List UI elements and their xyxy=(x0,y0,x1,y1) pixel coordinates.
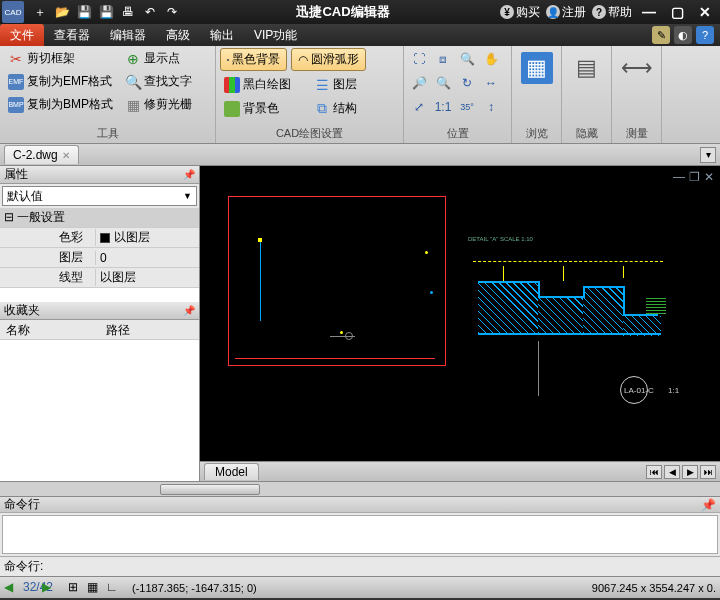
drawing-line xyxy=(260,241,261,321)
model-tab[interactable]: Model xyxy=(204,463,259,480)
horizontal-scrollbar[interactable] xyxy=(0,481,720,496)
toggle-icon[interactable]: ◐ xyxy=(674,26,692,44)
zoom-out-icon[interactable]: 🔍 xyxy=(432,72,454,94)
group-label-browse: 浏览 xyxy=(516,125,557,141)
print-icon[interactable]: 🖶 xyxy=(118,2,138,22)
save-all-icon[interactable]: 💾 xyxy=(96,2,116,22)
status-nav-icons: ◀ 32/42 ▶ xyxy=(4,580,58,596)
close-button[interactable]: ✕ xyxy=(694,3,716,21)
document-tab[interactable]: C-2.dwg ✕ xyxy=(4,145,79,164)
canvas-restore-icon[interactable]: ❐ xyxy=(689,170,700,184)
favorites-panel: 收藏夹📌 名称路径 xyxy=(0,302,199,481)
copy-emf-button[interactable]: EMF复制为EMF格式 xyxy=(4,71,117,92)
smooth-arc-toggle[interactable]: ◠圆滑弧形 xyxy=(291,48,366,71)
quick-access-toolbar: ＋ 📂 💾 💾 🖶 ↶ ↷ xyxy=(26,2,186,22)
drawing-circle xyxy=(345,332,353,340)
expand-tabs-icon[interactable]: ▾ xyxy=(700,147,716,163)
zoom-icon[interactable]: 🔎 xyxy=(408,72,430,94)
main-area: 属性📌 默认值▼ ⊟ 一般设置 色彩以图层 图层0 线型以图层 收藏夹📌 名称路… xyxy=(0,166,720,481)
menu-bar: 文件 查看器 编辑器 高级 输出 VIP功能 ✎ ◐ ? xyxy=(0,24,720,46)
favorites-list[interactable] xyxy=(0,340,199,481)
zoom-scale-icon[interactable]: 1:1 xyxy=(432,96,454,118)
browse-button[interactable]: ▦ xyxy=(516,48,557,125)
menu-viewer[interactable]: 查看器 xyxy=(44,24,100,46)
properties-header: 属性📌 xyxy=(0,166,199,184)
rotate-icon[interactable]: ↻ xyxy=(456,72,478,94)
pin-icon[interactable]: 📌 xyxy=(183,305,195,316)
pan-icon[interactable]: ✋ xyxy=(480,48,502,70)
layer-button[interactable]: ☰图层 xyxy=(310,74,390,95)
snap-icon[interactable]: ⊞ xyxy=(68,580,84,596)
menu-editor[interactable]: 编辑器 xyxy=(100,24,156,46)
command-prompt: 命令行: xyxy=(4,558,43,575)
clip-frame-button[interactable]: ✂剪切框架 xyxy=(4,48,117,69)
section-general[interactable]: ⊟ 一般设置 xyxy=(0,208,199,228)
register-link[interactable]: 👤注册 xyxy=(546,4,586,21)
grid-toggle-icon[interactable]: ▦ xyxy=(87,580,103,596)
fav-col-path: 路径 xyxy=(100,320,200,339)
buy-link[interactable]: ¥购买 xyxy=(500,4,540,21)
page-next-icon[interactable]: ▶ xyxy=(42,580,58,596)
group-label-tools: 工具 xyxy=(4,125,211,141)
yen-icon: ¥ xyxy=(500,5,514,19)
zoom-selection-icon[interactable]: ⧈ xyxy=(432,48,454,70)
command-input[interactable] xyxy=(47,560,716,574)
undo-icon[interactable]: ↶ xyxy=(140,2,160,22)
style-icon[interactable]: ✎ xyxy=(652,26,670,44)
structure-button[interactable]: ⧉结构 xyxy=(310,98,390,119)
command-log[interactable] xyxy=(2,515,718,554)
bw-draw-button[interactable]: 黑白绘图 xyxy=(220,74,306,95)
copy-bmp-button[interactable]: BMP复制为BMP格式 xyxy=(4,94,117,115)
canvas-minimize-icon[interactable]: — xyxy=(673,170,685,184)
tab-next-icon[interactable]: ▶ xyxy=(682,465,698,479)
pin-icon[interactable]: 📌 xyxy=(701,498,716,512)
close-tab-icon[interactable]: ✕ xyxy=(62,150,70,161)
default-value-combo[interactable]: 默认值▼ xyxy=(2,186,197,206)
menu-vip[interactable]: VIP功能 xyxy=(244,24,307,46)
angle-icon[interactable]: 35° xyxy=(456,96,478,118)
black-bg-toggle[interactable]: 黑色背景 xyxy=(220,48,287,71)
favorites-header: 收藏夹📌 xyxy=(0,302,199,320)
arc-icon: ◠ xyxy=(298,53,308,67)
layers-icon: ☰ xyxy=(314,77,330,93)
zoom-in-icon[interactable]: 🔍 xyxy=(456,48,478,70)
maximize-button[interactable]: ▢ xyxy=(666,3,688,21)
fit-width-icon[interactable]: ↔ xyxy=(480,72,502,94)
scale-label: 1:1 xyxy=(668,386,679,395)
drawing-canvas[interactable]: — ❐ ✕ DETAIL "A" SCALE 1:10 xyxy=(200,166,720,461)
new-icon[interactable]: ＋ xyxy=(30,2,50,22)
blackbg-icon xyxy=(227,59,229,61)
scrollbar-thumb[interactable] xyxy=(160,484,260,495)
hide-icon: ▤ xyxy=(571,52,603,84)
bgcolor-button[interactable]: 背景色 xyxy=(220,98,306,119)
redo-icon[interactable]: ↷ xyxy=(162,2,182,22)
show-points-button[interactable]: ⊕显示点 xyxy=(121,48,196,69)
tab-prev-icon[interactable]: ◀ xyxy=(664,465,680,479)
pin-icon[interactable]: 📌 xyxy=(183,169,195,180)
ortho-icon[interactable]: ∟ xyxy=(106,580,122,596)
emf-icon: EMF xyxy=(8,74,24,90)
canvas-close-icon[interactable]: ✕ xyxy=(704,170,714,184)
tab-last-icon[interactable]: ⏭ xyxy=(700,465,716,479)
zoom-extents-icon[interactable]: ⤢ xyxy=(408,96,430,118)
open-icon[interactable]: 📂 xyxy=(52,2,72,22)
save-icon[interactable]: 💾 xyxy=(74,2,94,22)
prop-row-linetype[interactable]: 线型以图层 xyxy=(0,268,199,288)
canvas-controls: — ❐ ✕ xyxy=(673,170,714,184)
menu-output[interactable]: 输出 xyxy=(200,24,244,46)
fit-height-icon[interactable]: ↕ xyxy=(480,96,502,118)
menu-advanced[interactable]: 高级 xyxy=(156,24,200,46)
menu-file[interactable]: 文件 xyxy=(0,24,44,46)
help-icon[interactable]: ? xyxy=(696,26,714,44)
hide-button[interactable]: ▤ xyxy=(566,48,607,125)
minimize-button[interactable]: — xyxy=(638,3,660,21)
prop-row-layer[interactable]: 图层0 xyxy=(0,248,199,268)
zoom-window-icon[interactable]: ⛶ xyxy=(408,48,430,70)
page-prev-icon[interactable]: ◀ xyxy=(4,580,20,596)
find-text-button[interactable]: 🔍查找文字 xyxy=(121,71,196,92)
tab-first-icon[interactable]: ⏮ xyxy=(646,465,662,479)
help-link[interactable]: ?帮助 xyxy=(592,4,632,21)
prop-row-color[interactable]: 色彩以图层 xyxy=(0,228,199,248)
measure-button[interactable]: ⟷ xyxy=(616,48,657,125)
trim-raster-button[interactable]: ▦修剪光栅 xyxy=(121,94,196,115)
